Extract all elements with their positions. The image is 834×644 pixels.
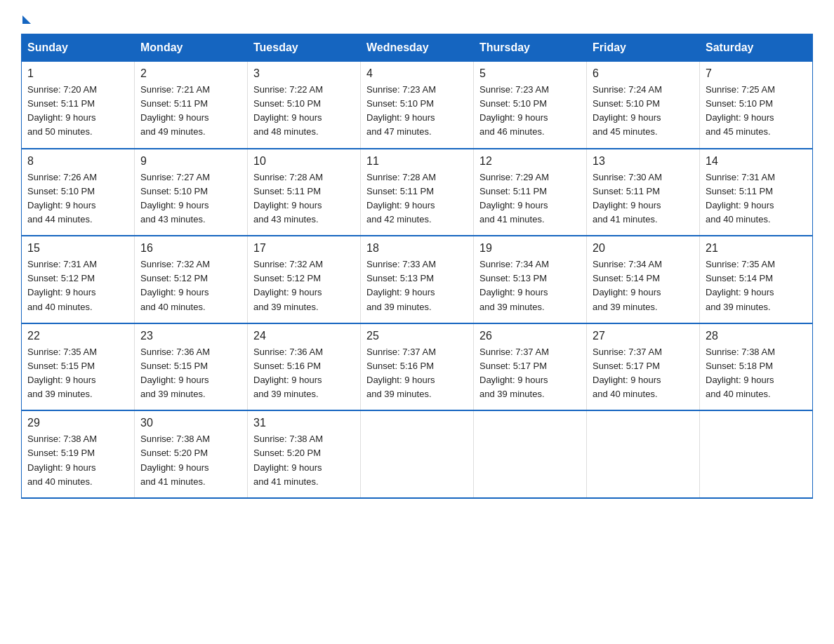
day-cell: 31Sunrise: 7:38 AMSunset: 5:20 PMDayligh… <box>248 410 361 498</box>
day-cell: 20Sunrise: 7:34 AMSunset: 5:14 PMDayligh… <box>587 236 700 323</box>
day-info: Sunrise: 7:31 AMSunset: 5:11 PMDaylight:… <box>706 170 807 227</box>
day-cell <box>700 410 813 498</box>
header-cell-monday: Monday <box>135 34 248 62</box>
day-cell: 3Sunrise: 7:22 AMSunset: 5:10 PMDaylight… <box>248 62 361 149</box>
day-info: Sunrise: 7:36 AMSunset: 5:15 PMDaylight:… <box>140 345 241 402</box>
day-cell: 10Sunrise: 7:28 AMSunset: 5:11 PMDayligh… <box>248 149 361 236</box>
calendar-table: SundayMondayTuesdayWednesdayThursdayFrid… <box>21 34 813 499</box>
day-cell: 15Sunrise: 7:31 AMSunset: 5:12 PMDayligh… <box>22 236 135 323</box>
day-cell: 4Sunrise: 7:23 AMSunset: 5:10 PMDaylight… <box>361 62 474 149</box>
week-row-3: 15Sunrise: 7:31 AMSunset: 5:12 PMDayligh… <box>22 236 813 323</box>
header-cell-tuesday: Tuesday <box>248 34 361 62</box>
day-cell <box>587 410 700 498</box>
day-cell: 30Sunrise: 7:38 AMSunset: 5:20 PMDayligh… <box>135 410 248 498</box>
day-number: 6 <box>593 67 694 80</box>
day-number: 9 <box>140 155 241 168</box>
day-cell: 11Sunrise: 7:28 AMSunset: 5:11 PMDayligh… <box>361 149 474 236</box>
day-info: Sunrise: 7:34 AMSunset: 5:14 PMDaylight:… <box>593 257 694 314</box>
day-number: 1 <box>27 67 128 80</box>
day-info: Sunrise: 7:23 AMSunset: 5:10 PMDaylight:… <box>479 83 581 140</box>
day-info: Sunrise: 7:33 AMSunset: 5:13 PMDaylight:… <box>366 257 468 314</box>
day-cell: 13Sunrise: 7:30 AMSunset: 5:11 PMDayligh… <box>587 149 700 236</box>
day-cell: 1Sunrise: 7:20 AMSunset: 5:11 PMDaylight… <box>22 62 135 149</box>
day-number: 8 <box>27 155 128 168</box>
day-info: Sunrise: 7:38 AMSunset: 5:20 PMDaylight:… <box>253 432 355 489</box>
day-number: 25 <box>366 330 468 342</box>
day-info: Sunrise: 7:21 AMSunset: 5:11 PMDaylight:… <box>140 83 241 140</box>
day-number: 19 <box>479 242 581 255</box>
day-info: Sunrise: 7:27 AMSunset: 5:10 PMDaylight:… <box>140 170 241 227</box>
day-number: 30 <box>140 417 241 429</box>
day-number: 14 <box>706 155 807 168</box>
day-number: 5 <box>479 67 581 80</box>
week-row-1: 1Sunrise: 7:20 AMSunset: 5:11 PMDaylight… <box>22 62 813 149</box>
day-number: 20 <box>593 242 694 255</box>
day-number: 13 <box>593 155 694 168</box>
header-cell-thursday: Thursday <box>474 34 587 62</box>
day-number: 28 <box>706 330 807 342</box>
day-info: Sunrise: 7:31 AMSunset: 5:12 PMDaylight:… <box>27 257 128 314</box>
day-cell: 7Sunrise: 7:25 AMSunset: 5:10 PMDaylight… <box>700 62 813 149</box>
day-number: 16 <box>140 242 241 255</box>
calendar-body: 1Sunrise: 7:20 AMSunset: 5:11 PMDaylight… <box>22 62 813 498</box>
day-info: Sunrise: 7:24 AMSunset: 5:10 PMDaylight:… <box>593 83 694 140</box>
day-number: 31 <box>253 417 355 429</box>
week-row-4: 22Sunrise: 7:35 AMSunset: 5:15 PMDayligh… <box>22 323 813 411</box>
day-info: Sunrise: 7:25 AMSunset: 5:10 PMDaylight:… <box>706 83 807 140</box>
day-cell <box>361 410 474 498</box>
page-header <box>21 14 813 21</box>
day-cell: 21Sunrise: 7:35 AMSunset: 5:14 PMDayligh… <box>700 236 813 323</box>
day-number: 22 <box>27 330 128 342</box>
day-info: Sunrise: 7:30 AMSunset: 5:11 PMDaylight:… <box>593 170 694 227</box>
day-info: Sunrise: 7:32 AMSunset: 5:12 PMDaylight:… <box>253 257 355 314</box>
day-cell: 26Sunrise: 7:37 AMSunset: 5:17 PMDayligh… <box>474 323 587 411</box>
day-cell: 16Sunrise: 7:32 AMSunset: 5:12 PMDayligh… <box>135 236 248 323</box>
logo <box>21 14 31 21</box>
day-info: Sunrise: 7:32 AMSunset: 5:12 PMDaylight:… <box>140 257 241 314</box>
day-info: Sunrise: 7:38 AMSunset: 5:18 PMDaylight:… <box>706 345 807 402</box>
day-number: 27 <box>593 330 694 342</box>
header-row: SundayMondayTuesdayWednesdayThursdayFrid… <box>22 34 813 62</box>
day-number: 21 <box>706 242 807 255</box>
day-cell: 28Sunrise: 7:38 AMSunset: 5:18 PMDayligh… <box>700 323 813 411</box>
day-info: Sunrise: 7:22 AMSunset: 5:10 PMDaylight:… <box>253 83 355 140</box>
day-info: Sunrise: 7:35 AMSunset: 5:14 PMDaylight:… <box>706 257 807 314</box>
day-cell: 8Sunrise: 7:26 AMSunset: 5:10 PMDaylight… <box>22 149 135 236</box>
day-cell: 23Sunrise: 7:36 AMSunset: 5:15 PMDayligh… <box>135 323 248 411</box>
day-number: 2 <box>140 67 241 80</box>
day-cell: 19Sunrise: 7:34 AMSunset: 5:13 PMDayligh… <box>474 236 587 323</box>
header-cell-sunday: Sunday <box>22 34 135 62</box>
week-row-2: 8Sunrise: 7:26 AMSunset: 5:10 PMDaylight… <box>22 149 813 236</box>
day-info: Sunrise: 7:29 AMSunset: 5:11 PMDaylight:… <box>479 170 581 227</box>
day-info: Sunrise: 7:23 AMSunset: 5:10 PMDaylight:… <box>366 83 468 140</box>
day-number: 15 <box>27 242 128 255</box>
day-info: Sunrise: 7:37 AMSunset: 5:17 PMDaylight:… <box>593 345 694 402</box>
day-number: 23 <box>140 330 241 342</box>
day-info: Sunrise: 7:38 AMSunset: 5:19 PMDaylight:… <box>27 432 128 489</box>
week-row-5: 29Sunrise: 7:38 AMSunset: 5:19 PMDayligh… <box>22 410 813 498</box>
day-info: Sunrise: 7:36 AMSunset: 5:16 PMDaylight:… <box>253 345 355 402</box>
header-cell-wednesday: Wednesday <box>361 34 474 62</box>
day-info: Sunrise: 7:26 AMSunset: 5:10 PMDaylight:… <box>27 170 128 227</box>
day-cell: 24Sunrise: 7:36 AMSunset: 5:16 PMDayligh… <box>248 323 361 411</box>
day-info: Sunrise: 7:37 AMSunset: 5:16 PMDaylight:… <box>366 345 468 402</box>
day-cell: 12Sunrise: 7:29 AMSunset: 5:11 PMDayligh… <box>474 149 587 236</box>
day-info: Sunrise: 7:38 AMSunset: 5:20 PMDaylight:… <box>140 432 241 489</box>
day-cell: 6Sunrise: 7:24 AMSunset: 5:10 PMDaylight… <box>587 62 700 149</box>
day-number: 11 <box>366 155 468 168</box>
day-info: Sunrise: 7:28 AMSunset: 5:11 PMDaylight:… <box>366 170 468 227</box>
day-cell: 25Sunrise: 7:37 AMSunset: 5:16 PMDayligh… <box>361 323 474 411</box>
header-cell-saturday: Saturday <box>700 34 813 62</box>
day-number: 17 <box>253 242 355 255</box>
day-cell <box>474 410 587 498</box>
day-number: 26 <box>479 330 581 342</box>
day-number: 4 <box>366 67 468 80</box>
day-number: 18 <box>366 242 468 255</box>
day-number: 3 <box>253 67 355 80</box>
logo-arrow-icon <box>22 15 31 24</box>
calendar-header: SundayMondayTuesdayWednesdayThursdayFrid… <box>22 34 813 62</box>
day-info: Sunrise: 7:20 AMSunset: 5:11 PMDaylight:… <box>27 83 128 140</box>
day-cell: 22Sunrise: 7:35 AMSunset: 5:15 PMDayligh… <box>22 323 135 411</box>
day-info: Sunrise: 7:35 AMSunset: 5:15 PMDaylight:… <box>27 345 128 402</box>
day-number: 24 <box>253 330 355 342</box>
